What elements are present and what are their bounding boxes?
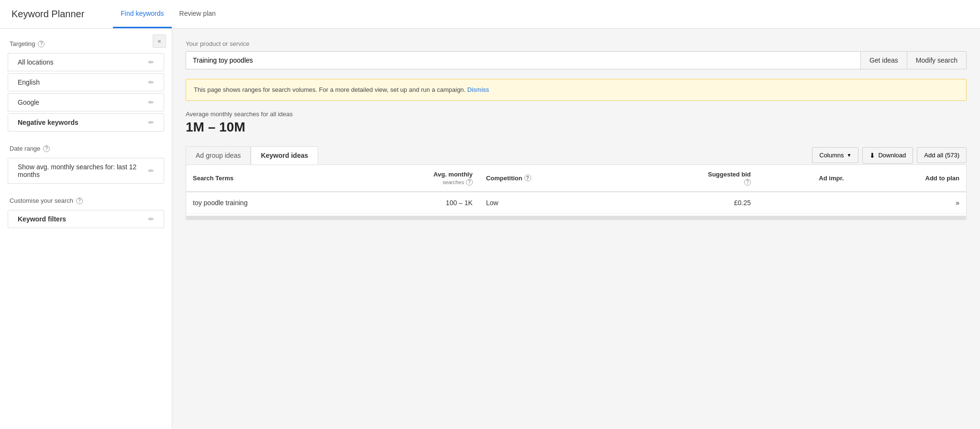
negative-keywords-edit-icon: ✏ [148,119,154,126]
stats-label: Average monthly searches for all ideas [186,110,967,118]
targeting-help-icon[interactable]: ? [38,41,45,47]
table-row: toy poodle training 100 – 1K Low £0.25 » [186,192,966,214]
get-ideas-button[interactable]: Get ideas [860,51,907,69]
tab-review-plan[interactable]: Review plan [172,0,223,28]
ideas-table-wrapper: Search Terms Avg. monthly searches ? [186,165,967,220]
tab-keyword-ideas[interactable]: Keyword ideas [251,146,318,165]
app-title: Keyword Planner [11,9,84,20]
th-competition: Competition ? [479,165,621,192]
tab-find-keywords[interactable]: Find keywords [113,0,171,28]
customise-section-title: Customise your search ? [0,193,172,208]
keyword-ideas-table: Search Terms Avg. monthly searches ? [186,165,966,214]
sidebar-item-keyword-filters[interactable]: Keyword filters ✏ [8,210,164,228]
product-search-input[interactable] [186,51,860,69]
th-search-terms: Search Terms [186,165,352,192]
negative-keywords-label: Negative keywords [18,119,78,126]
google-label: Google [18,99,39,106]
sidebar: « Targeting ? All locations ✏ English ✏ … [0,29,172,429]
columns-label: Columns [819,152,844,159]
sidebar-item-negative-keywords[interactable]: Negative keywords ✏ [8,113,164,132]
sidebar-item-date-range[interactable]: Show avg. monthly searches for: last 12 … [8,158,164,184]
th-suggested-bid: Suggested bid ? [621,165,758,192]
search-row: Get ideas Modify search [186,51,967,69]
cell-ad-impr [757,192,850,214]
cell-suggested-bid: £0.25 [621,192,758,214]
english-label: English [18,78,40,86]
all-locations-edit-icon: ✏ [148,58,154,66]
cell-search-term: toy poodle training [186,192,352,214]
modify-search-button[interactable]: Modify search [907,51,967,69]
main-content: Your product or service Get ideas Modify… [172,29,980,429]
ideas-tab-actions: Columns ▼ ⬇ Download Add all (573) [812,147,967,164]
main-layout: « Targeting ? All locations ✏ English ✏ … [0,29,980,429]
th-add-to-plan: Add to plan [850,165,966,192]
keyword-filters-edit-icon: ✏ [148,215,154,223]
top-bar: Keyword Planner Find keywords Review pla… [0,0,980,29]
download-label: Download [878,152,906,159]
tab-ad-group-ideas[interactable]: Ad group ideas [186,146,251,165]
stats-value: 1M – 10M [186,120,967,135]
download-button[interactable]: ⬇ Download [862,147,913,164]
dismiss-link[interactable]: Dismiss [468,86,490,93]
keyword-filters-label: Keyword filters [18,215,66,223]
cell-add-to-plan[interactable]: » [850,192,966,214]
th-avg-monthly-searches: Avg. monthly searches ? [352,165,479,192]
table-header-row: Search Terms Avg. monthly searches ? [186,165,966,192]
suggested-bid-help-icon[interactable]: ? [744,179,751,186]
ideas-tab-left: Ad group ideas Keyword ideas [186,146,812,165]
avg-monthly-help-icon[interactable]: ? [466,179,473,186]
targeting-label: Targeting [10,40,35,47]
targeting-section-title: Targeting ? [0,36,172,51]
columns-dropdown-icon: ▼ [847,153,852,158]
customise-help-icon[interactable]: ? [76,198,83,204]
info-banner: This page shows ranges for search volume… [186,79,967,101]
english-edit-icon: ✏ [148,78,154,86]
date-range-label: Date range [10,145,40,152]
ideas-tabs-row: Ad group ideas Keyword ideas Columns ▼ ⬇… [186,146,967,165]
date-range-section-title: Date range ? [0,141,172,156]
all-locations-label: All locations [18,58,54,66]
cell-competition: Low [479,192,621,214]
collapse-sidebar-button[interactable]: « [153,34,166,48]
horizontal-scrollbar[interactable] [186,216,966,220]
download-icon: ⬇ [869,152,875,159]
sidebar-item-all-locations[interactable]: All locations ✏ [8,53,164,71]
date-range-value-label: Show avg. monthly searches for: last 12 … [18,163,148,178]
cell-avg-monthly: 100 – 1K [352,192,479,214]
date-range-edit-icon: ✏ [148,167,154,175]
date-range-help-icon[interactable]: ? [43,145,50,152]
competition-help-icon[interactable]: ? [524,175,531,181]
product-label: Your product or service [186,40,967,47]
th-ad-impr: Ad impr. [757,165,850,192]
sidebar-item-english[interactable]: English ✏ [8,73,164,91]
google-edit-icon: ✏ [148,99,154,106]
customise-label: Customise your search [10,197,73,204]
info-banner-text: This page shows ranges for search volume… [194,86,466,93]
add-all-button[interactable]: Add all (573) [917,147,967,163]
tab-nav: Find keywords Review plan [113,0,223,28]
sidebar-item-google[interactable]: Google ✏ [8,93,164,111]
columns-button[interactable]: Columns ▼ [812,147,858,163]
